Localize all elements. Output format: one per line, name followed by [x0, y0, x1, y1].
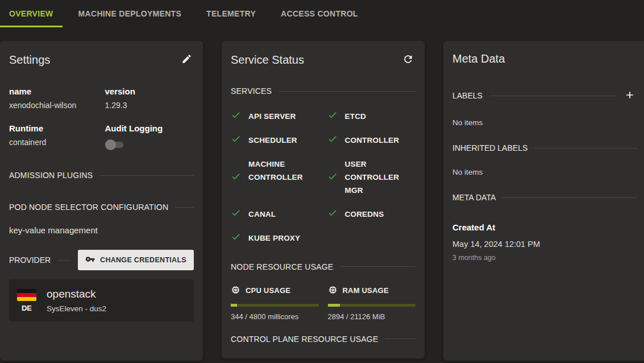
service-label: CONTROLLER — [345, 134, 400, 147]
service-label: USER CONTROLLER MGR — [345, 158, 416, 197]
divider — [489, 96, 616, 96]
metadata-section-label: META DATA — [452, 193, 496, 202]
admission-plugins-section: ADMISSION PLUGINS — [9, 171, 194, 180]
divider — [57, 260, 71, 261]
runtime-value: containerd — [9, 138, 98, 147]
check-icon — [231, 171, 241, 184]
refresh-icon — [402, 53, 414, 67]
change-credentials-label: CHANGE CREDENTIALS — [100, 256, 186, 264]
audit-logging-toggle[interactable] — [105, 139, 124, 150]
service-item-machine-controller: MACHINE CONTROLLER — [231, 158, 319, 197]
cpu-usage-bar — [231, 304, 319, 307]
refresh-button[interactable] — [401, 52, 416, 67]
ram-usage-bar-fill — [328, 304, 340, 307]
inherited-labels-label: INHERITED LABELS — [452, 143, 527, 152]
service-label: MACHINE CONTROLLER — [248, 158, 319, 184]
check-icon — [231, 208, 241, 220]
node-resource-usage-section: NODE RESOURCE USAGE — [231, 262, 416, 271]
cpu-usage-bar-fill — [231, 304, 237, 307]
node-usage-grid: CPU USAGE 344 / 4800 millicores RAM USAG… — [231, 285, 416, 321]
node-resource-usage-label: NODE RESOURCE USAGE — [231, 262, 333, 271]
audit-logging-label: Audit Logging — [105, 123, 194, 133]
pencil-icon — [181, 53, 192, 66]
version-label: version — [105, 86, 194, 96]
pod-node-selector-label: POD NODE SELECTOR CONFIGURATION — [9, 203, 168, 212]
services-label: SERVICES — [231, 86, 272, 96]
ram-usage-bar — [328, 304, 416, 307]
metadata-card-title: Meta Data — [452, 52, 505, 65]
runtime-label: Runtime — [9, 123, 98, 133]
country-code: DE — [22, 304, 32, 312]
tab-access-control[interactable]: ACCESS CONTROL — [272, 0, 367, 27]
control-plane-usage-section: CONTROL PLANE RESOURCE USAGE — [231, 335, 416, 344]
services-grid: API SERVER ETCD SCHEDULER CONTROLLER MAC… — [231, 110, 416, 245]
tab-telemetry[interactable]: TELEMETRY — [197, 0, 265, 27]
add-label-button[interactable] — [622, 88, 637, 103]
name-label: name — [9, 86, 98, 96]
divider — [340, 266, 416, 267]
ram-chip-icon — [328, 285, 338, 296]
provider-info: openstack SysEleven - dus2 — [47, 288, 106, 313]
toggle-thumb — [105, 139, 116, 150]
name-value: xenodochial-wilson — [9, 101, 98, 110]
labels-empty-text: No items — [452, 118, 637, 127]
service-label: ETCD — [345, 110, 367, 123]
service-item-user-controller-mgr: USER CONTROLLER MGR — [327, 158, 416, 197]
ram-usage-label: RAM USAGE — [343, 286, 389, 295]
runtime-field: Runtime containerd — [9, 123, 98, 152]
check-icon — [327, 110, 338, 122]
service-item-coredns: COREDNS — [327, 208, 416, 221]
cpu-usage-text: 344 / 4800 millicores — [231, 312, 319, 321]
check-icon — [327, 208, 338, 220]
labels-section: LABELS — [452, 88, 637, 103]
metadata-card: Meta Data LABELS No items INHERITED LABE… — [443, 41, 644, 361]
created-at-label: Created At — [452, 222, 637, 232]
service-label: SCHEDULER — [248, 134, 297, 147]
divider — [279, 91, 416, 92]
service-item-kube-proxy: KUBE PROXY — [231, 232, 319, 245]
service-label: CANAL — [248, 208, 276, 221]
control-plane-usage-label: CONTROL PLANE RESOURCE USAGE — [231, 335, 378, 344]
tab-overview[interactable]: OVERVIEW — [0, 0, 63, 27]
audit-logging-field: Audit Logging — [105, 123, 194, 152]
admission-plugins-label: ADMISSION PLUGINS — [9, 171, 93, 180]
ram-usage-text: 2894 / 21126 MiB — [328, 312, 416, 321]
check-icon — [327, 134, 338, 146]
created-at-relative: 3 months ago — [452, 254, 637, 262]
tab-bar: OVERVIEW MACHINE DEPLOYMENTS TELEMETRY A… — [0, 0, 644, 27]
ram-usage-block: RAM USAGE 2894 / 21126 MiB — [328, 285, 416, 321]
settings-card: Settings name xenodochial-wilson version… — [0, 41, 203, 361]
created-at-value: May 14, 2024 12:01 PM — [452, 238, 546, 251]
version-value: 1.29.3 — [105, 101, 194, 110]
datacenter-flag-block: DE — [17, 289, 36, 312]
service-item-controller: CONTROLLER — [327, 134, 416, 147]
cpu-usage-label: CPU USAGE — [246, 286, 290, 295]
change-credentials-button[interactable]: CHANGE CREDENTIALS — [78, 250, 194, 270]
provider-name: openstack — [47, 288, 106, 300]
created-at-block: Created At May 14, 2024 12:01 PM 3 month… — [452, 222, 637, 262]
tab-machine-deployments[interactable]: MACHINE DEPLOYMENTS — [69, 0, 191, 27]
service-item-canal: CANAL — [231, 208, 319, 221]
divider — [175, 207, 194, 208]
pod-node-selector-section: POD NODE SELECTOR CONFIGURATION — [9, 203, 194, 212]
divider — [502, 197, 637, 198]
provider-box[interactable]: DE openstack SysEleven - dus2 — [9, 279, 194, 321]
check-icon — [231, 110, 241, 122]
provider-section: PROVIDER CHANGE CREDENTIALS — [9, 250, 194, 270]
metadata-section: META DATA — [452, 193, 637, 202]
services-section: SERVICES — [231, 86, 416, 96]
service-label: COREDNS — [345, 208, 384, 221]
plus-icon — [624, 89, 635, 102]
service-item-api-server: API SERVER — [231, 110, 319, 123]
edit-settings-button[interactable] — [179, 52, 194, 67]
cluster-name-field: name xenodochial-wilson — [9, 86, 98, 110]
cpu-usage-block: CPU USAGE 344 / 4800 millicores — [231, 285, 319, 321]
inherited-labels-empty-text: No items — [452, 168, 637, 176]
inherited-labels-section: INHERITED LABELS — [452, 143, 637, 152]
labels-label: LABELS — [452, 91, 483, 100]
service-label: API SERVER — [248, 110, 296, 123]
service-label: KUBE PROXY — [248, 232, 300, 245]
cards-row: Settings name xenodochial-wilson version… — [0, 41, 644, 361]
divider — [99, 175, 194, 176]
check-icon — [327, 171, 338, 184]
